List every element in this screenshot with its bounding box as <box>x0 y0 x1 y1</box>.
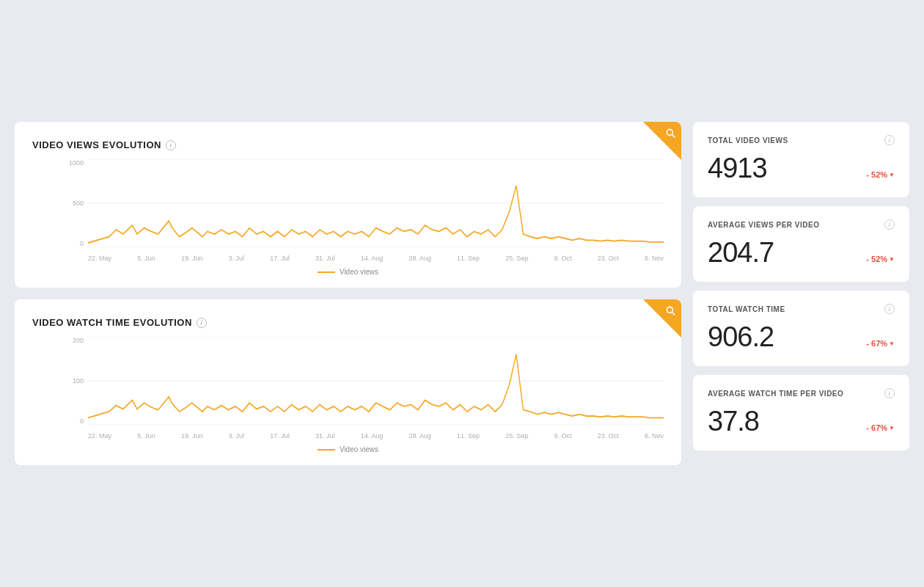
dashboard: VIDEO VIEWS EVOLUTION i 0 500 1000 <box>15 122 909 465</box>
watch-chart-svg-container <box>88 337 664 425</box>
total-views-info-icon[interactable]: i <box>884 135 895 145</box>
watch-x-tick-oct2: 23. Oct <box>598 432 619 440</box>
total-watch-time-change: - 67% ▼ <box>866 339 895 348</box>
x-tick-jul1: 3. Jul <box>229 255 245 262</box>
y-tick-1000: 1000 <box>62 159 84 167</box>
x-tick-may: 22. May <box>88 255 111 262</box>
avg-views-stat-card: AVERAGE VIEWS PER VIDEO i 204.7 - 52% ▼ <box>693 206 909 282</box>
watch-x-axis: 22. May 5. Jun 19. Jun 3. Jul 17. Jul 31… <box>88 432 664 440</box>
avg-watch-time-label: AVERAGE WATCH TIME PER VIDEO i <box>708 388 895 398</box>
x-axis: 22. May 5. Jun 19. Jun 3. Jul 17. Jul 31… <box>88 255 664 262</box>
avg-views-change: - 52% ▼ <box>866 255 895 263</box>
total-views-change: - 52% ▼ <box>866 170 895 179</box>
watch-x-tick-jul1: 3. Jul <box>229 432 245 440</box>
watch-x-tick-aug1: 14. Aug <box>361 432 384 440</box>
watch-chart-inner: 0 100 200 <box>62 337 664 440</box>
views-line-chart <box>88 159 664 247</box>
total-watch-time-label-text: TOTAL WATCH TIME <box>708 305 785 313</box>
watch-y-tick-100: 100 <box>62 377 84 384</box>
watch-time-chart-title: VIDEO WATCH TIME EVOLUTION i <box>32 317 664 328</box>
x-tick-nov: 6. Nov <box>645 255 664 262</box>
x-tick-jun2: 19. Jun <box>181 255 203 262</box>
watch-x-tick-aug2: 28. Aug <box>408 432 431 440</box>
total-watch-time-info-icon[interactable]: i <box>884 304 895 314</box>
avg-watch-time-arrow: ▼ <box>889 425 895 431</box>
avg-watch-time-label-text: AVERAGE WATCH TIME PER VIDEO <box>708 390 843 398</box>
total-views-value-row: 4913 - 52% ▼ <box>708 153 895 184</box>
avg-views-info-icon[interactable]: i <box>884 219 895 230</box>
video-views-chart-area: 0 500 1000 <box>32 159 664 262</box>
watch-legend-line <box>318 449 335 451</box>
watch-x-tick-sep1: 11. Sep <box>457 432 480 440</box>
x-tick-jul2: 17. Jul <box>270 255 290 262</box>
watch-time-chart-card: VIDEO WATCH TIME EVOLUTION i 0 100 200 <box>15 299 681 465</box>
right-panel: TOTAL VIDEO VIEWS i 4913 - 52% ▼ AVERAGE… <box>693 122 909 465</box>
avg-watch-time-value-row: 37.8 - 67% ▼ <box>708 406 895 437</box>
chart-title-text: VIDEO VIEWS EVOLUTION <box>32 139 161 150</box>
legend-label: Video views <box>340 268 378 276</box>
watch-chart-legend: Video views <box>32 445 664 453</box>
x-tick-oct2: 23. Oct <box>598 255 619 262</box>
avg-watch-time-stat-card: AVERAGE WATCH TIME PER VIDEO i 37.8 - 67… <box>693 375 909 451</box>
watch-y-tick-200: 200 <box>62 337 84 344</box>
legend-line <box>318 271 335 273</box>
total-views-arrow: ▼ <box>889 172 895 178</box>
watch-x-tick-jul3: 31. Jul <box>315 432 335 440</box>
x-tick-jul3: 31. Jul <box>315 255 335 262</box>
watch-x-tick-nov: 6. Nov <box>645 432 664 440</box>
watch-x-tick-oct1: 9. Oct <box>554 432 572 440</box>
avg-views-value: 204.7 <box>708 237 774 269</box>
avg-views-label-text: AVERAGE VIEWS PER VIDEO <box>708 221 819 229</box>
views-chart-legend: Video views <box>32 268 664 276</box>
watch-x-tick-jul2: 17. Jul <box>270 432 290 440</box>
total-views-stat-card: TOTAL VIDEO VIEWS i 4913 - 52% ▼ <box>693 122 909 197</box>
avg-watch-time-value: 37.8 <box>708 406 759 437</box>
avg-views-value-row: 204.7 - 52% ▼ <box>708 237 895 269</box>
x-tick-aug2: 28. Aug <box>408 255 431 262</box>
y-tick-0: 0 <box>62 240 84 247</box>
x-tick-aug1: 14. Aug <box>361 255 384 262</box>
video-views-chart-card: VIDEO VIEWS EVOLUTION i 0 500 1000 <box>15 122 681 288</box>
total-views-change-text: - 52% <box>866 170 887 179</box>
total-watch-time-label: TOTAL WATCH TIME i <box>708 304 895 314</box>
total-views-label-text: TOTAL VIDEO VIEWS <box>708 136 788 145</box>
watch-chart-title-text: VIDEO WATCH TIME EVOLUTION <box>32 317 192 328</box>
y-tick-500: 500 <box>62 200 84 207</box>
total-watch-time-stat-card: TOTAL WATCH TIME i 906.2 - 67% ▼ <box>693 291 909 366</box>
avg-watch-time-info-icon[interactable]: i <box>884 388 895 398</box>
watch-y-tick-0: 0 <box>62 418 84 425</box>
total-watch-time-change-text: - 67% <box>866 339 887 348</box>
total-watch-time-value-row: 906.2 - 67% ▼ <box>708 321 895 353</box>
chart-inner: 0 500 1000 <box>62 159 664 262</box>
watch-x-tick-may: 22. May <box>88 432 111 440</box>
chart-svg-container <box>88 159 664 247</box>
watch-chart-info-icon[interactable]: i <box>197 318 207 328</box>
total-views-value: 4913 <box>708 153 767 184</box>
x-tick-jun1: 5. Jun <box>137 255 155 262</box>
left-panel: VIDEO VIEWS EVOLUTION i 0 500 1000 <box>15 122 681 465</box>
watch-line-chart <box>88 337 664 425</box>
watch-time-chart-area: 0 100 200 <box>32 337 664 440</box>
avg-watch-time-change: - 67% ▼ <box>866 423 895 432</box>
x-tick-sep1: 11. Sep <box>457 255 480 262</box>
x-tick-oct1: 9. Oct <box>554 255 572 262</box>
watch-x-tick-jun2: 19. Jun <box>181 432 203 440</box>
avg-views-arrow: ▼ <box>889 256 895 263</box>
watch-x-tick-sep2: 25. Sep <box>505 432 528 440</box>
avg-watch-time-change-text: - 67% <box>866 423 887 432</box>
watch-x-tick-jun1: 5. Jun <box>137 432 155 440</box>
total-watch-time-value: 906.2 <box>708 321 774 353</box>
y-axis-ticks: 0 500 1000 <box>62 159 88 262</box>
x-tick-sep2: 25. Sep <box>505 255 528 262</box>
watch-legend-label: Video views <box>340 445 378 453</box>
video-views-chart-title: VIDEO VIEWS EVOLUTION i <box>32 139 664 150</box>
views-chart-info-icon[interactable]: i <box>166 140 176 150</box>
avg-views-label: AVERAGE VIEWS PER VIDEO i <box>708 219 895 230</box>
total-views-label: TOTAL VIDEO VIEWS i <box>708 135 895 145</box>
total-watch-time-arrow: ▼ <box>889 340 895 347</box>
watch-y-axis-ticks: 0 100 200 <box>62 337 88 440</box>
avg-views-change-text: - 52% <box>866 255 887 263</box>
